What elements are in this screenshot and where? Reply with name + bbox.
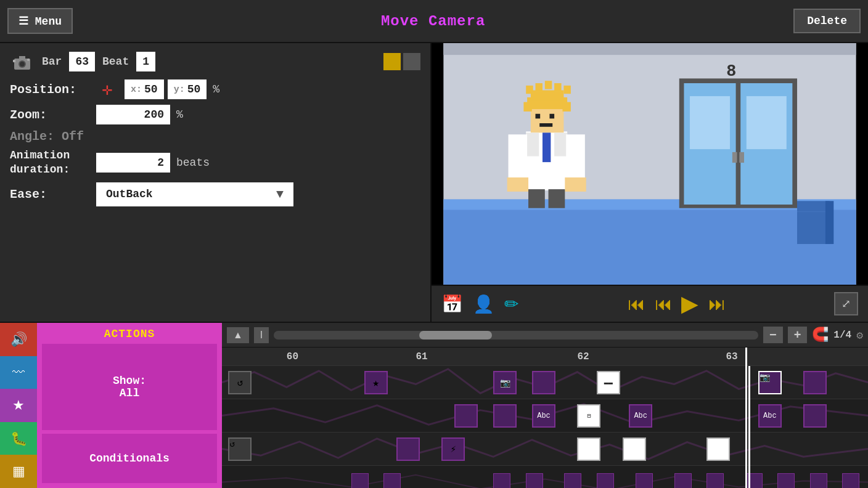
menu-button[interactable]: ☰ Menu — [7, 8, 73, 34]
timeline-down-btn[interactable]: I — [254, 327, 269, 343]
xy-inputs: x: 50 y: 50 — [125, 79, 207, 99]
evt-1-5[interactable]: ▬▬ — [597, 371, 620, 394]
evt-4-7[interactable] — [636, 473, 653, 488]
anim-dur-label: Animationduration: — [10, 148, 90, 177]
timeline-area: ▲ I − + 🧲 1/4 ⚙ 60 61 62 63 — [222, 323, 868, 488]
evt-1-6[interactable]: 📷 — [758, 371, 782, 394]
evt-3-2[interactable] — [396, 437, 420, 461]
evt-4-6[interactable] — [597, 473, 614, 488]
svg-rect-35 — [542, 132, 551, 162]
edit-btn[interactable]: ✏ — [504, 294, 518, 314]
sound-btn[interactable]: 🔊 — [0, 323, 37, 356]
evt-2-3[interactable]: Abc — [532, 404, 555, 428]
conditionals-btn[interactable]: Conditionals — [42, 434, 217, 483]
bar-input[interactable]: 63 — [69, 52, 95, 71]
side-actions: 🔊 〰 ★ 🐛 ▦ — [0, 323, 37, 488]
svg-rect-12 — [690, 96, 730, 149]
evt-1-7[interactable] — [803, 371, 827, 394]
star-btn[interactable]: ★ — [0, 389, 37, 422]
timeline-minus-btn[interactable]: − — [763, 327, 783, 343]
play-icon: ▶ — [681, 291, 698, 317]
beat-sq-2[interactable] — [403, 53, 420, 70]
crosshair-icon: ✛ — [96, 79, 118, 100]
evt-3-6[interactable] — [706, 437, 730, 461]
evt-2-5[interactable]: Abc — [629, 404, 652, 428]
evt-1-1[interactable]: ↺ — [228, 371, 252, 394]
evt-2-7[interactable] — [803, 404, 827, 428]
evt-4-8[interactable] — [674, 473, 692, 488]
svg-rect-29 — [545, 81, 552, 89]
svg-rect-18 — [797, 201, 830, 211]
evt-3-3[interactable]: ⚡ — [441, 437, 465, 461]
expand-btn[interactable]: ⤢ — [834, 292, 858, 315]
zoom-input[interactable]: 200 — [96, 105, 170, 124]
play-btn[interactable]: ▶ — [681, 291, 698, 317]
actions-panel: ACTIONS Show: All Conditionals — [37, 323, 222, 488]
calendar-icon: 📅 — [441, 294, 463, 314]
evt-4-3[interactable] — [493, 473, 510, 488]
track-row-4 — [222, 466, 868, 488]
evt-4-2[interactable] — [383, 473, 401, 488]
skip-start-icon: ⏭ — [627, 294, 644, 314]
settings-icon[interactable]: ⚙ — [856, 328, 863, 342]
evt-3-4[interactable] — [577, 437, 600, 461]
evt-4-9[interactable] — [706, 473, 724, 488]
svg-rect-26 — [531, 90, 564, 100]
evt-2-2[interactable] — [493, 404, 517, 428]
evt-2-1[interactable] — [454, 404, 478, 428]
prev-btn[interactable]: ⏭ — [654, 294, 671, 314]
svg-text:8: 8 — [726, 62, 736, 81]
top-bar: ☰ Menu Move Camera Delete — [0, 0, 868, 43]
beat-sq-1[interactable] — [383, 53, 401, 70]
calendar-btn[interactable]: 📅 — [441, 294, 463, 314]
svg-rect-24 — [523, 102, 531, 112]
evt-1-3[interactable]: 📷 — [493, 371, 517, 394]
delete-button[interactable]: Delete — [793, 9, 861, 33]
evt-3-1[interactable]: ↺ — [228, 437, 252, 461]
preview-area: 8 — [432, 43, 868, 285]
evt-4-4[interactable] — [526, 473, 543, 488]
y-value[interactable]: 50 — [187, 83, 201, 96]
evt-2-4[interactable]: ⊟ — [577, 404, 600, 428]
beat-label: Beat — [102, 55, 129, 68]
x-input[interactable]: x: 50 — [125, 79, 164, 99]
position-row: Position: ✛ x: 50 y: 50 % — [10, 79, 420, 100]
y-input[interactable]: y: 50 — [168, 79, 207, 99]
beat-input[interactable]: 1 — [136, 52, 155, 71]
ease-dropdown[interactable]: OutBack ▼ — [96, 182, 293, 206]
svg-rect-31 — [563, 86, 570, 94]
timeline-scrollbar[interactable] — [274, 331, 758, 340]
star-icon: ★ — [12, 397, 25, 413]
evt-4-12[interactable] — [810, 473, 827, 488]
svg-rect-1 — [19, 56, 25, 60]
grid-btn[interactable]: ▦ — [0, 455, 37, 488]
timeline-plus-btn[interactable]: + — [788, 327, 808, 343]
evt-1-4[interactable] — [532, 371, 555, 394]
show-all-btn[interactable]: Show: All — [42, 344, 217, 430]
anim-dur-input[interactable]: 2 — [96, 153, 170, 173]
evt-3-5[interactable] — [623, 437, 646, 461]
bar-label: Bar — [42, 55, 62, 68]
ease-row: Ease: OutBack ▼ — [10, 182, 420, 206]
bug-btn[interactable]: 🐛 — [0, 422, 37, 455]
preview-controls: 📅 👤 ✏ ⏭ ⏭ ▶ ⏭ ⤢ — [432, 285, 868, 322]
svg-rect-20 — [825, 201, 833, 244]
show-label: Show: — [113, 375, 146, 387]
evt-4-10[interactable] — [745, 473, 763, 488]
evt-4-13[interactable] — [842, 473, 859, 488]
zoom-label: Zoom: — [10, 108, 90, 122]
evt-1-2[interactable]: ★ — [364, 371, 388, 394]
evt-4-5[interactable] — [564, 473, 581, 488]
evt-2-6[interactable]: Abc — [758, 404, 782, 428]
character-btn[interactable]: 👤 — [473, 294, 494, 314]
wave-btn[interactable]: 〰 — [0, 356, 37, 389]
skip-start-btn[interactable]: ⏭ — [627, 294, 644, 314]
page-title: Move Camera — [83, 13, 784, 30]
next-btn[interactable]: ⏭ — [708, 294, 726, 314]
evt-4-1[interactable] — [351, 473, 369, 488]
camera-icon — [10, 49, 35, 74]
x-value[interactable]: 50 — [144, 83, 158, 96]
ease-value: OutBack — [106, 188, 153, 200]
evt-4-11[interactable] — [777, 473, 795, 488]
timeline-up-btn[interactable]: ▲ — [227, 327, 249, 343]
